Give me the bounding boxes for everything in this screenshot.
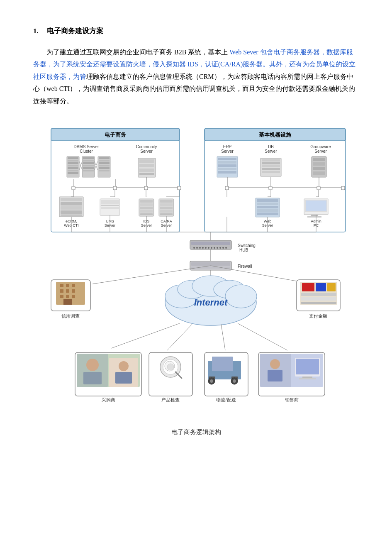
svg-rect-100 [140, 213, 153, 215]
svg-text:电子商务: 电子商务 [105, 132, 127, 138]
svg-text:采购商: 采购商 [101, 397, 115, 402]
svg-rect-24 [82, 156, 95, 177]
svg-rect-114 [257, 206, 278, 208]
svg-line-203 [221, 324, 225, 350]
svg-rect-92 [101, 210, 119, 213]
svg-point-229 [233, 379, 236, 383]
svg-rect-116 [257, 213, 278, 215]
svg-rect-22 [68, 170, 78, 171]
svg-rect-235 [268, 370, 282, 381]
svg-rect-197 [301, 293, 336, 296]
svg-text:Groupware: Groupware [310, 144, 331, 149]
svg-point-211 [119, 361, 129, 371]
svg-text:ERP: ERP [223, 144, 231, 149]
svg-text:Switching: Switching [238, 243, 256, 248]
svg-rect-69 [113, 186, 117, 190]
svg-rect-36 [99, 157, 110, 159]
svg-rect-199 [301, 302, 336, 304]
svg-text:Server: Server [314, 149, 327, 154]
svg-rect-19 [68, 162, 78, 164]
svg-text:Community: Community [136, 144, 157, 149]
svg-rect-81 [61, 198, 82, 201]
svg-rect-85 [61, 215, 82, 215]
section-title: 电子商务建设方案 [47, 25, 103, 38]
svg-rect-97 [140, 203, 153, 206]
svg-rect-187 [60, 295, 63, 298]
svg-rect-90 [101, 205, 119, 206]
svg-point-151 [196, 247, 198, 249]
svg-rect-38 [99, 162, 110, 164]
svg-point-219 [167, 364, 174, 370]
svg-rect-39 [99, 165, 110, 166]
svg-rect-194 [302, 283, 314, 291]
svg-rect-107 [160, 210, 173, 213]
svg-point-153 [202, 247, 204, 249]
svg-rect-71 [178, 186, 181, 190]
svg-rect-63 [313, 171, 325, 175]
svg-rect-209 [83, 372, 102, 384]
svg-point-234 [270, 359, 280, 369]
svg-rect-78 [317, 186, 320, 190]
svg-rect-185 [66, 289, 69, 293]
svg-rect-89 [101, 200, 119, 204]
svg-point-150 [193, 247, 195, 249]
svg-rect-21 [68, 167, 78, 169]
svg-rect-98 [140, 207, 153, 209]
svg-rect-68 [72, 186, 75, 190]
svg-rect-25 [83, 157, 94, 159]
svg-rect-40 [99, 167, 110, 169]
svg-rect-166 [191, 262, 230, 266]
svg-text:销售商: 销售商 [284, 397, 298, 402]
svg-rect-212 [115, 372, 132, 384]
svg-rect-23 [68, 172, 78, 174]
svg-rect-61 [313, 162, 325, 166]
svg-rect-37 [99, 160, 110, 161]
svg-rect-91 [101, 207, 119, 209]
svg-text:Cluster: Cluster [80, 149, 93, 154]
svg-rect-27 [83, 162, 94, 164]
svg-rect-48 [218, 158, 236, 160]
svg-rect-112 [257, 199, 278, 202]
svg-rect-17 [68, 157, 78, 159]
svg-line-204 [238, 323, 287, 350]
svg-rect-196 [327, 283, 336, 291]
svg-rect-181 [60, 284, 63, 287]
svg-rect-108 [160, 213, 173, 215]
svg-rect-83 [61, 206, 82, 210]
svg-rect-186 [72, 289, 75, 293]
svg-rect-52 [218, 171, 236, 174]
svg-text:DBMS Server: DBMS Server [73, 144, 99, 149]
svg-rect-60 [313, 158, 325, 161]
svg-text:Server: Server [140, 149, 153, 154]
svg-text:物流/配送: 物流/配送 [216, 397, 236, 402]
svg-line-202 [167, 324, 192, 350]
svg-point-155 [208, 247, 209, 249]
svg-text:Internet: Internet [194, 297, 228, 308]
svg-rect-45 [139, 169, 154, 172]
svg-rect-188 [66, 295, 69, 298]
svg-rect-77 [269, 186, 272, 190]
svg-line-201 [111, 323, 180, 348]
svg-rect-123 [307, 216, 321, 218]
svg-text:信用调查: 信用调查 [61, 313, 80, 318]
svg-text:Server: Server [265, 149, 277, 154]
svg-rect-41 [99, 170, 110, 171]
svg-rect-106 [160, 207, 173, 209]
svg-rect-50 [218, 164, 236, 167]
svg-rect-51 [218, 168, 236, 170]
svg-rect-223 [212, 357, 233, 371]
svg-rect-57 [262, 168, 280, 170]
svg-rect-122 [311, 215, 318, 216]
svg-rect-35 [98, 156, 110, 177]
svg-point-154 [205, 247, 207, 249]
svg-rect-121 [306, 200, 326, 211]
svg-point-158 [217, 247, 218, 249]
svg-rect-84 [61, 210, 82, 214]
svg-rect-44 [139, 164, 154, 167]
svg-rect-115 [257, 209, 278, 212]
svg-rect-190 [63, 299, 72, 305]
svg-text:Server: Server [221, 149, 234, 154]
svg-text:基本机器设施: 基本机器设施 [259, 132, 292, 138]
svg-point-177 [225, 285, 257, 308]
svg-rect-198 [301, 297, 336, 301]
